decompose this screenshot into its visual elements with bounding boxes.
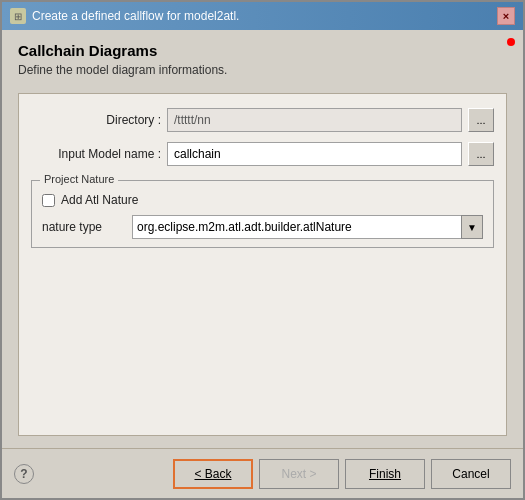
nature-type-select[interactable]: org.eclipse.m2m.atl.adt.builder.atlNatur… xyxy=(132,215,483,239)
project-nature-group: Project Nature Add Atl Nature nature typ… xyxy=(31,180,494,248)
window-title: Create a defined callflow for model2atl. xyxy=(32,9,239,23)
page-title: Callchain Diagrams xyxy=(18,42,507,59)
nature-type-row: nature type org.eclipse.m2m.atl.adt.buil… xyxy=(42,215,483,239)
cancel-button[interactable]: Cancel xyxy=(431,459,511,489)
form-panel: Directory : ... Input Model name : ... P… xyxy=(18,93,507,436)
add-atl-checkbox[interactable] xyxy=(42,194,55,207)
help-button[interactable]: ? xyxy=(14,464,34,484)
button-group: < Back Next > Finish Cancel xyxy=(173,459,511,489)
add-atl-row: Add Atl Nature xyxy=(42,193,483,207)
title-bar: ⊞ Create a defined callflow for model2at… xyxy=(2,2,523,30)
finish-button[interactable]: Finish xyxy=(345,459,425,489)
nature-type-label: nature type xyxy=(42,220,126,234)
directory-input[interactable] xyxy=(167,108,462,132)
back-button[interactable]: < Back xyxy=(173,459,253,489)
input-model-input[interactable] xyxy=(167,142,462,166)
add-atl-label: Add Atl Nature xyxy=(61,193,138,207)
bottom-bar: ? < Back Next > Finish Cancel xyxy=(2,448,523,498)
nature-type-wrapper: org.eclipse.m2m.atl.adt.builder.atlNatur… xyxy=(132,215,483,239)
input-model-row: Input Model name : ... xyxy=(31,142,494,166)
status-dot xyxy=(507,38,515,46)
next-button[interactable]: Next > xyxy=(259,459,339,489)
directory-row: Directory : ... xyxy=(31,108,494,132)
directory-browse-button[interactable]: ... xyxy=(468,108,494,132)
directory-label: Directory : xyxy=(31,113,161,127)
page-subtitle: Define the model diagram informations. xyxy=(18,63,507,77)
dialog-window: ⊞ Create a defined callflow for model2at… xyxy=(0,0,525,500)
close-button[interactable]: × xyxy=(497,7,515,25)
content-area: Callchain Diagrams Define the model diag… xyxy=(2,30,523,448)
input-model-browse-button[interactable]: ... xyxy=(468,142,494,166)
input-model-label: Input Model name : xyxy=(31,147,161,161)
project-nature-label: Project Nature xyxy=(40,173,118,185)
window-icon: ⊞ xyxy=(10,8,26,24)
